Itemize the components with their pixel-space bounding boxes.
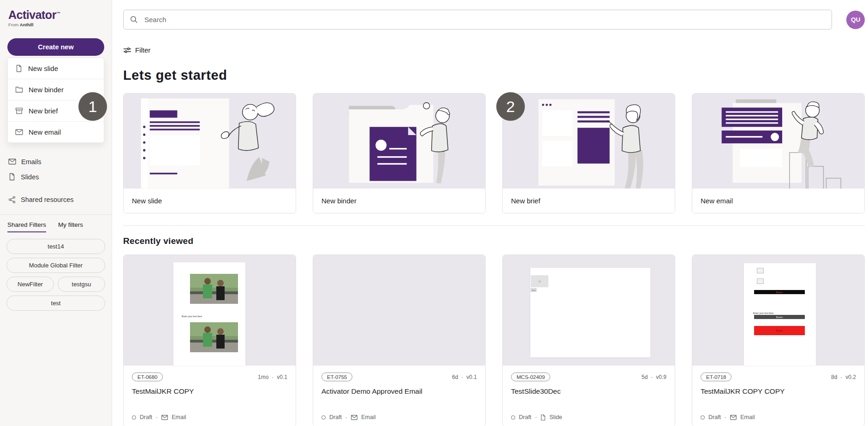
user-avatar[interactable]: QU [846,11,865,29]
type-label: Email [361,414,375,420]
status-label: Draft [708,414,721,420]
menu-item-new-slide[interactable]: New slide [8,58,104,79]
type-label: Email [740,414,755,420]
document-id-badge: ET-0680 [132,373,163,381]
broken-image-icon [757,268,764,273]
recently-viewed-grid: Enter your text here [123,254,865,426]
document-id-badge: ET-0718 [701,373,731,381]
recent-card-testmailjkr-copy[interactable]: Enter your text here [123,254,296,426]
brand-name: Activator™ [8,9,103,21]
sidebar-item-shared-resources[interactable]: Shared resources [0,192,112,207]
age-label: 6d [452,374,458,380]
status-label: Draft [329,414,342,420]
share-icon [8,196,16,203]
get-started-grid: New slide [123,93,865,213]
recent-card-activator-demo-approved-email[interactable]: ET-0755 6d·v0.1 Activator Demo Approved … [313,254,486,426]
envelope-icon [8,159,16,165]
card-new-brief[interactable]: New brief [502,93,675,213]
new-slide-illustration [124,94,296,189]
version-label: v0.1 [466,374,477,380]
meta-separator: · [725,414,726,420]
create-new-button[interactable]: Create new [7,38,104,56]
tab-shared-filters[interactable]: Shared Filters [7,221,46,232]
new-binder-illustration [313,94,485,189]
type-label: Slide [549,414,562,420]
menu-item-label: New brief [29,107,58,115]
email-preview-thumbnail: Button Enter your text here Button Butto… [692,255,864,366]
preview-photo [190,274,238,304]
menu-item-label: New email [29,128,61,136]
menu-item-new-email[interactable]: New email [8,122,104,142]
tab-my-filters[interactable]: My filters [58,221,83,232]
brand-logo: Activator™ From Anthill [0,0,112,32]
get-started-heading: Lets get started [123,68,865,83]
card-new-binder[interactable]: New binder [313,93,486,213]
section-divider [123,225,865,226]
filter-label: Filter [135,46,150,54]
sidebar-item-label: Shared resources [21,196,73,203]
card-label: New binder [313,189,485,213]
envelope-icon [15,129,23,135]
email-preview-thumbnail: Enter your text here [124,255,296,366]
draft-status-icon [511,415,515,420]
card-label: New slide [124,189,296,213]
filter-pill-test[interactable]: test [6,296,105,311]
meta-separator: · [651,374,653,380]
filter-pill-test14[interactable]: test14 [6,239,105,254]
new-email-illustration [692,94,864,189]
annotation-marker-2: 2 [496,92,525,121]
type-label: Email [172,414,186,420]
card-new-email[interactable]: New email [692,93,865,213]
annotation-marker-1: 1 [78,92,107,121]
filter-pill-newfilter[interactable]: NewFilter [6,277,54,292]
preview-button-red: Button [754,326,805,335]
document-id-badge: ET-0755 [321,373,352,381]
main-content: QU Filter Lets get started [112,0,868,426]
activator-home-page: Activator™ From Anthill Create new New s… [0,0,868,426]
sidebar-item-slides[interactable]: Slides [0,169,112,184]
menu-item-label: New slide [28,65,58,72]
recently-viewed-heading: Recently viewed [123,236,865,246]
meta-separator: · [156,414,158,420]
sidebar-item-label: Emails [21,158,42,166]
age-label: 8d [831,374,837,380]
meta-separator: · [272,374,273,380]
envelope-icon [730,415,737,420]
meta-separator: · [345,414,347,420]
status-label: Draft [140,414,152,420]
recent-card-testslide30dec[interactable]: ▨ text MCS-02409 5d·v0.9 TestSlide30Dec … [502,254,675,426]
broken-image-icon [757,278,764,284]
age-label: 5d [642,374,648,380]
card-footer: MCS-02409 5d·v0.9 TestSlide30Dec Draft ·… [503,366,675,426]
card-footer: ET-0680 1mo·v0.1 TestMailJKR COPY Draft … [124,366,296,426]
filter-tabs: Shared Filters My filters [0,215,112,232]
slide-preview-thumbnail: ▨ text [503,255,675,366]
sidebar-item-emails[interactable]: Emails [0,154,112,169]
card-title: TestSlide30Dec [511,387,666,396]
card-title: TestMailJKR COPY [132,387,287,396]
search-icon [130,16,138,24]
search-bar[interactable] [123,10,832,30]
card-title: Activator Demo Approved Email [321,387,477,396]
sliders-icon [123,47,131,54]
draft-status-icon [321,415,326,420]
preview-button-black: Button [754,290,805,294]
file-icon [8,173,16,181]
preview-photo [190,322,238,352]
filter-button[interactable]: Filter [123,46,165,54]
meta-separator: · [461,374,463,380]
brand-subtitle: From Anthill [8,22,103,27]
email-preview-thumbnail [313,255,485,366]
filter-pill-testgsu[interactable]: testgsu [58,277,105,292]
card-label: New brief [503,189,675,213]
menu-item-label: New binder [29,86,64,94]
archive-icon [15,107,23,114]
card-title: TestMailJKR COPY COPY [701,387,856,396]
filter-pill-module-global-filter[interactable]: Module Global Filter [6,258,105,273]
preview-chip: text [531,288,536,292]
recent-card-testmailjkr-copy-copy[interactable]: Button Enter your text here Button Butto… [692,254,865,426]
card-new-slide[interactable]: New slide [123,93,296,213]
document-id-badge: MCS-02409 [511,373,550,381]
search-input[interactable] [143,15,825,24]
envelope-icon [161,415,168,420]
